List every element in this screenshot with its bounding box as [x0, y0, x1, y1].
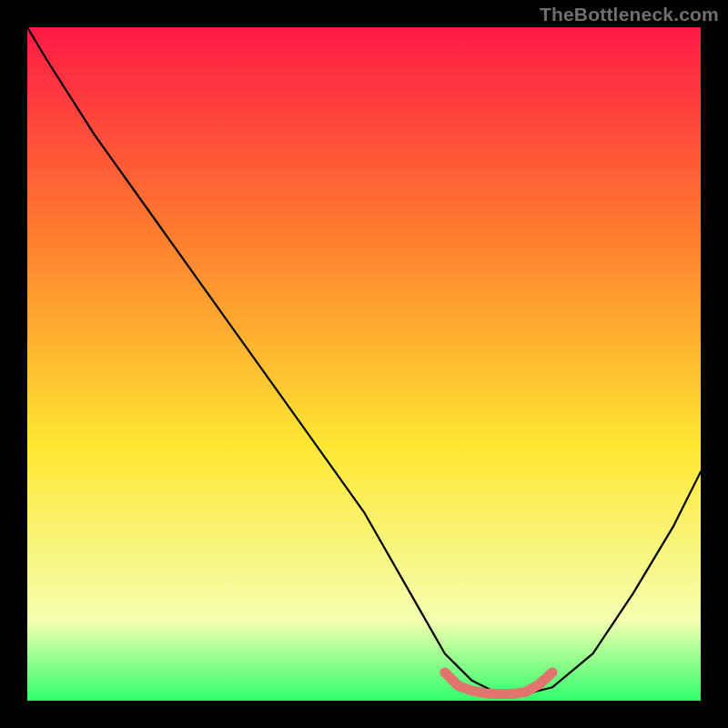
watermark-text: TheBottleneck.com: [540, 4, 719, 25]
chart-canvas: [27, 27, 701, 701]
gradient-background: [27, 27, 701, 701]
chart-root: TheBottleneck.com: [0, 0, 728, 728]
plot-area: [27, 27, 701, 701]
